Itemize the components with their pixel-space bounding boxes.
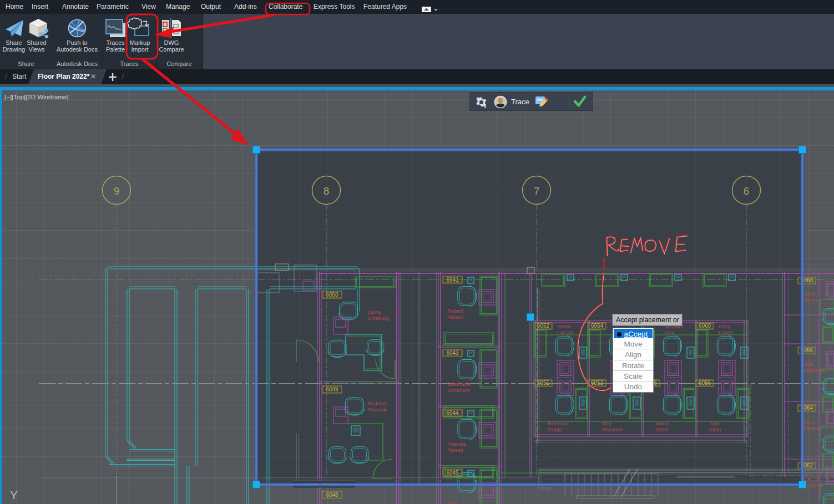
- svg-text:9: 9: [114, 185, 120, 197]
- svg-text:JohnJones: JohnJones: [803, 291, 817, 303]
- svg-text:JohnJacobs: JohnJacobs: [447, 501, 464, 504]
- svg-text:MauriZadb: MauriZadb: [655, 420, 669, 432]
- svg-text:RobertNelson: RobertNelson: [447, 308, 464, 320]
- svg-text:6054: 6054: [591, 323, 604, 329]
- svg-text:6053: 6053: [591, 380, 604, 386]
- svg-text:6043: 6043: [446, 350, 459, 356]
- svg-text:6050: 6050: [326, 292, 338, 298]
- svg-text:6048: 6048: [326, 492, 338, 498]
- svg-text:6056: 6056: [699, 380, 711, 386]
- svg-text:Trace: Trace: [511, 98, 529, 106]
- svg-text:JulieSteinberg: JulieSteinberg: [803, 361, 826, 373]
- svg-text:6: 6: [744, 185, 750, 197]
- svg-text:6051: 6051: [537, 380, 550, 386]
- svg-text:8: 8: [324, 185, 330, 197]
- svg-text:6052: 6052: [537, 323, 550, 329]
- svg-text:EliseSilvers: EliseSilvers: [803, 419, 819, 431]
- svg-text:7: 7: [534, 185, 540, 197]
- svg-text:6041: 6041: [446, 277, 459, 283]
- svg-text:6060: 6060: [699, 323, 711, 329]
- svg-text:RudolphPolanski: RudolphPolanski: [367, 400, 387, 413]
- svg-text:StephanieSommers: StephanieSommers: [447, 381, 471, 393]
- svg-text:6049: 6049: [326, 386, 338, 393]
- svg-text:6044: 6044: [446, 410, 459, 416]
- svg-text:6045: 6045: [446, 470, 459, 476]
